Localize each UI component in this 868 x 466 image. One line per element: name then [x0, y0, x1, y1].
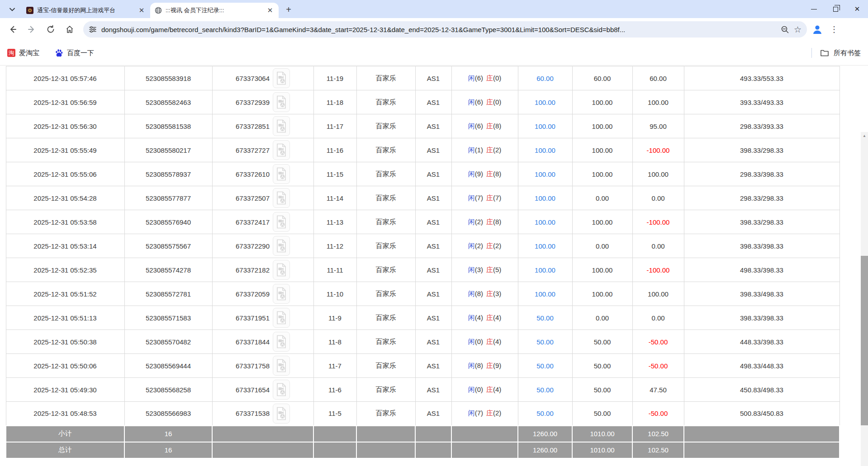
- bet-record-row: 2025-12-31 05:57:46 523085583918 6733730…: [6, 66, 840, 90]
- cell-balance: 298.33/393.33: [684, 114, 840, 138]
- summary-bet-total: 1260.00: [518, 426, 572, 442]
- cell-game-name: 百家乐: [356, 66, 415, 90]
- cell-table-no: 11-14: [313, 186, 356, 210]
- video-replay-button[interactable]: [273, 380, 290, 400]
- scrollbar-thumb[interactable]: [861, 256, 868, 425]
- bet-amount-link[interactable]: 100.00: [535, 290, 555, 298]
- globe-icon: [155, 7, 162, 14]
- chrome-menu-icon[interactable]: ⋮: [828, 24, 840, 34]
- cell-valid-amount: 50.00: [572, 354, 632, 378]
- cell-game-name: 百家乐: [356, 258, 415, 282]
- video-replay-button[interactable]: [273, 356, 290, 376]
- zoom-icon[interactable]: [781, 25, 789, 34]
- cell-game-name: 百家乐: [356, 90, 415, 114]
- video-replay-button[interactable]: [273, 188, 290, 208]
- cell-bet-content: 闲(8)庄(3): [451, 282, 518, 306]
- bet-amount-link[interactable]: 50.00: [536, 338, 554, 346]
- bet-amount-link[interactable]: 100.00: [535, 170, 555, 178]
- cell-balance: 448.33/398.33: [684, 330, 840, 354]
- cell-round: 673372939: [212, 90, 313, 114]
- cell-bet-id: 523085575567: [124, 234, 212, 258]
- tab-close-icon[interactable]: ✕: [138, 6, 146, 14]
- bet-amount-link[interactable]: 60.00: [536, 75, 554, 82]
- restore-button[interactable]: [825, 0, 846, 18]
- round-id: 673372939: [236, 99, 270, 106]
- video-replay-button[interactable]: [273, 68, 290, 88]
- video-replay-button[interactable]: [273, 284, 290, 304]
- bet-amount-link[interactable]: 50.00: [536, 362, 554, 370]
- bookmark-aitaobao[interactable]: 淘 爱淘宝: [7, 49, 39, 57]
- video-replay-button[interactable]: [273, 164, 290, 184]
- cell-table-no: 11-9: [313, 306, 356, 330]
- cell-win-loss: -100.00: [632, 210, 684, 234]
- video-replay-button[interactable]: [273, 308, 290, 328]
- cell-bet-id: 523085576940: [124, 210, 212, 234]
- cell-game-name: 百家乐: [356, 234, 415, 258]
- browser-tab-tongbao[interactable]: ❂ 通宝-信誉最好的网上游戏平台 ✕: [22, 3, 150, 18]
- home-button[interactable]: [62, 21, 78, 38]
- cell-valid-amount: 0.00: [572, 186, 632, 210]
- close-button[interactable]: ✕: [846, 0, 868, 18]
- cell-bet-time: 2025-12-31 05:48:53: [6, 402, 124, 426]
- new-tab-button[interactable]: +: [282, 3, 295, 16]
- bet-amount-link[interactable]: 50.00: [536, 386, 554, 394]
- cell-account: AS1: [415, 354, 451, 378]
- url-bar[interactable]: dongshouji.com/game/betrecord_search/kin…: [83, 21, 807, 38]
- tab-search-chevron-icon[interactable]: [5, 3, 19, 16]
- bet-record-row: 2025-12-31 05:48:53 523085566983 6733715…: [6, 402, 840, 426]
- bet-amount-link[interactable]: 100.00: [535, 218, 555, 226]
- all-bookmarks[interactable]: 所有书签: [811, 48, 861, 58]
- scroll-up-icon[interactable]: ▲: [861, 132, 868, 139]
- bet-amount-link[interactable]: 100.00: [535, 99, 555, 106]
- cell-win-loss: 47.50: [632, 378, 684, 402]
- video-replay-button[interactable]: [273, 116, 290, 136]
- cell-bet-time: 2025-12-31 05:50:06: [6, 354, 124, 378]
- bookmark-baidu[interactable]: 百度一下: [55, 49, 94, 57]
- video-replay-button[interactable]: [273, 140, 290, 160]
- bet-amount-link[interactable]: 50.00: [536, 410, 554, 417]
- cell-valid-amount: 50.00: [572, 330, 632, 354]
- video-replay-button[interactable]: [273, 260, 290, 280]
- bet-amount-link[interactable]: 100.00: [535, 266, 555, 274]
- summary-count: 16: [124, 426, 212, 442]
- back-button[interactable]: [5, 21, 21, 38]
- cell-bet-content: 闲(0)庄(4): [451, 330, 518, 354]
- round-id: 673372182: [236, 266, 270, 274]
- divider: [811, 48, 812, 58]
- cell-bet-content: 闲(7)庄(7): [451, 186, 518, 210]
- video-replay-button[interactable]: [273, 236, 290, 256]
- cell-bet-time: 2025-12-31 05:51:52: [6, 282, 124, 306]
- cell-bet-id: 523085572781: [124, 282, 212, 306]
- cell-bet-id: 523085569444: [124, 354, 212, 378]
- reload-button[interactable]: [43, 21, 59, 38]
- bet-amount-link[interactable]: 100.00: [535, 122, 555, 130]
- cell-table-no: 11-6: [313, 378, 356, 402]
- minimize-button[interactable]: [803, 0, 825, 18]
- browser-tab-betrecord[interactable]: :::视讯 会员下注纪录::: ✕: [150, 3, 279, 18]
- cell-balance: 450.83/498.33: [684, 378, 840, 402]
- video-replay-button[interactable]: [273, 404, 290, 424]
- video-replay-button[interactable]: [273, 92, 290, 112]
- url-text[interactable]: dongshouji.com/game/betrecord_search/kin…: [101, 26, 776, 33]
- bet-record-row: 2025-12-31 05:56:30 523085581538 6733728…: [6, 114, 840, 138]
- bet-record-row: 2025-12-31 05:56:59 523085582463 6733729…: [6, 90, 840, 114]
- cell-balance: 393.33/493.33: [684, 90, 840, 114]
- cell-win-loss: 100.00: [632, 90, 684, 114]
- video-replay-button[interactable]: [273, 332, 290, 352]
- forward-button[interactable]: [24, 21, 40, 38]
- site-settings-tune-icon[interactable]: [89, 25, 97, 33]
- cell-bet-content: 闲(4)庄(4): [451, 306, 518, 330]
- tab-close-icon[interactable]: ✕: [266, 6, 274, 14]
- bet-amount-link[interactable]: 100.00: [535, 242, 555, 250]
- bet-amount-link[interactable]: 50.00: [536, 314, 554, 322]
- bet-record-row: 2025-12-31 05:55:06 523085578937 6733726…: [6, 162, 840, 186]
- vertical-scrollbar[interactable]: ▲ ▼: [861, 132, 868, 466]
- video-replay-button[interactable]: [273, 212, 290, 232]
- bet-amount-link[interactable]: 100.00: [535, 146, 555, 154]
- cell-bet-time: 2025-12-31 05:52:35: [6, 258, 124, 282]
- cell-win-loss: -50.00: [632, 330, 684, 354]
- bet-amount-link[interactable]: 100.00: [535, 194, 555, 202]
- bookmark-star-icon[interactable]: ☆: [794, 24, 802, 35]
- profile-avatar[interactable]: [810, 22, 825, 37]
- cell-bet-content: 闲(6)庄(0): [451, 66, 518, 90]
